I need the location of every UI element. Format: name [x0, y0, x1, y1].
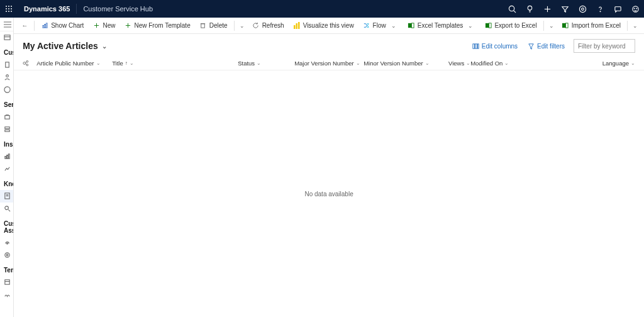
- building-icon: [4, 61, 11, 69]
- svg-point-32: [4, 86, 10, 92]
- svg-rect-56: [201, 24, 205, 28]
- svg-point-42: [5, 206, 9, 209]
- view-selector[interactable]: My Active Articles ⌄: [23, 41, 107, 51]
- add-icon[interactable]: [538, 0, 556, 18]
- svg-rect-27: [4, 35, 10, 39]
- select-all-column[interactable]: [23, 60, 36, 67]
- col-views[interactable]: Views⌄: [433, 60, 470, 67]
- chevron-down-icon[interactable]: ⌄: [237, 23, 247, 29]
- nav-customer-assets[interactable]: Customer Assets: [0, 249, 13, 262]
- nav-email-templates[interactable]: Email templates: [0, 276, 13, 289]
- svg-line-43: [8, 209, 10, 211]
- lightbulb-icon[interactable]: [521, 0, 538, 18]
- svg-point-46: [6, 254, 8, 256]
- nav-group-service: Service: [0, 96, 13, 111]
- chat-icon[interactable]: [609, 0, 626, 18]
- col-title[interactable]: Title ↑⌄: [112, 60, 238, 67]
- cmd-import-excel[interactable]: Import from Excel: [558, 18, 625, 34]
- svg-rect-20: [614, 6, 620, 10]
- search-icon[interactable]: [503, 0, 521, 18]
- nav-knowledge-analytics[interactable]: Knowledge analyt...: [0, 163, 13, 175]
- brand-label[interactable]: Dynamics 365: [18, 5, 76, 13]
- cmd-new-from-template[interactable]: New From Template: [120, 18, 194, 34]
- nav-social-profiles[interactable]: Social Profiles: [0, 84, 13, 96]
- activities-icon: [4, 34, 11, 42]
- svg-rect-67: [473, 43, 475, 48]
- svg-line-74: [26, 62, 27, 63]
- signature-icon: [4, 291, 11, 299]
- svg-point-3: [6, 8, 7, 9]
- cmd-show-chart[interactable]: Show Chart: [37, 18, 87, 34]
- cmd-new[interactable]: New: [89, 18, 119, 34]
- col-modified-on[interactable]: Modified On⌄: [470, 60, 521, 67]
- svg-point-31: [6, 74, 9, 77]
- cmd-visualize[interactable]: Visualize this view: [289, 18, 358, 34]
- excel-icon: [484, 22, 492, 30]
- assets-icon: [4, 252, 11, 260]
- grid-empty-message: No data available: [14, 70, 644, 317]
- nav-contacts[interactable]: Contacts: [0, 71, 13, 84]
- hamburger-icon[interactable]: [0, 18, 13, 31]
- emoji-icon[interactable]: [626, 0, 644, 18]
- svg-point-5: [11, 8, 12, 9]
- chevron-down-icon: ⌄: [504, 60, 509, 66]
- case-icon: [4, 113, 11, 121]
- chevron-down-icon: ⌄: [631, 60, 635, 66]
- chevron-down-icon: ⌄: [356, 60, 360, 66]
- chevron-down-icon: ⌄: [465, 23, 475, 29]
- filter-icon[interactable]: [556, 0, 574, 18]
- back-button[interactable]: ←: [18, 22, 31, 29]
- filter-input[interactable]: [574, 39, 635, 53]
- svg-rect-37: [7, 155, 8, 158]
- cmd-flow[interactable]: Flow⌄: [359, 18, 402, 34]
- svg-rect-51: [46, 23, 47, 28]
- svg-rect-63: [486, 23, 489, 28]
- col-article-public-number[interactable]: Article Public Number⌄: [36, 60, 112, 67]
- chevron-down-icon[interactable]: ⌄: [547, 23, 557, 29]
- nav-group-templates: Templates: [0, 262, 13, 276]
- svg-rect-66: [566, 23, 569, 28]
- svg-rect-34: [5, 126, 9, 128]
- settings-icon[interactable]: [574, 0, 591, 18]
- nav-email-signatures[interactable]: Email signatures: [0, 289, 13, 301]
- col-language[interactable]: Language⌄: [521, 60, 635, 67]
- nav-cases[interactable]: Cases: [0, 111, 13, 123]
- nav-iot-alerts[interactable]: IoT Alerts: [0, 236, 13, 249]
- nav-activities[interactable]: Activities: [0, 31, 13, 44]
- nav-queues[interactable]: Queues: [0, 123, 13, 136]
- cmd-separator: [34, 21, 35, 31]
- article-icon: [4, 192, 11, 201]
- col-major-version[interactable]: Major Version Number⌄: [294, 60, 364, 67]
- queue-icon: [4, 126, 11, 134]
- col-status[interactable]: Status⌄: [238, 60, 294, 67]
- hub-label[interactable]: Customer Service Hub: [77, 5, 159, 13]
- nav-group-customer-assets: Customer Assets: [0, 215, 13, 236]
- edit-columns-button[interactable]: Edit columns: [467, 39, 523, 53]
- cmd-delete[interactable]: Delete: [196, 18, 231, 34]
- svg-point-17: [581, 8, 584, 10]
- cmd-export-excel[interactable]: Export to Excel: [480, 18, 540, 34]
- app-launcher-icon[interactable]: [0, 0, 18, 18]
- help-icon[interactable]: [591, 0, 609, 18]
- edit-filters-button[interactable]: Edit filters: [523, 39, 570, 53]
- flow-icon: [363, 22, 370, 30]
- svg-point-4: [8, 8, 9, 9]
- svg-rect-69: [477, 43, 479, 48]
- cmd-refresh[interactable]: Refresh: [248, 18, 288, 34]
- nav-knowledge-articles[interactable]: Knowledge Articles: [0, 190, 13, 203]
- svg-line-10: [513, 10, 515, 12]
- chevron-down-icon[interactable]: ⌄: [630, 23, 640, 29]
- cmd-excel-templates[interactable]: Excel Templates⌄: [404, 18, 480, 34]
- nav-accounts[interactable]: Accounts: [0, 58, 13, 71]
- global-top-bar: Dynamics 365 Customer Service Hub: [0, 0, 644, 18]
- nav-cs-insights[interactable]: Customer Service ...: [0, 150, 13, 163]
- svg-point-45: [5, 252, 9, 257]
- page-header: My Active Articles ⌄ Edit columns Edit f…: [14, 34, 644, 57]
- left-nav: Activities Customers Accounts Contacts S…: [0, 18, 14, 317]
- insights-icon: [4, 153, 11, 161]
- powerbi-icon: [293, 22, 301, 30]
- grid-header: Article Public Number⌄ Title ↑⌄ Status⌄ …: [14, 57, 644, 70]
- svg-point-2: [11, 6, 12, 7]
- nav-knowledge-search[interactable]: Knowledge Search: [0, 203, 13, 215]
- col-minor-version[interactable]: Minor Version Number⌄: [364, 60, 433, 67]
